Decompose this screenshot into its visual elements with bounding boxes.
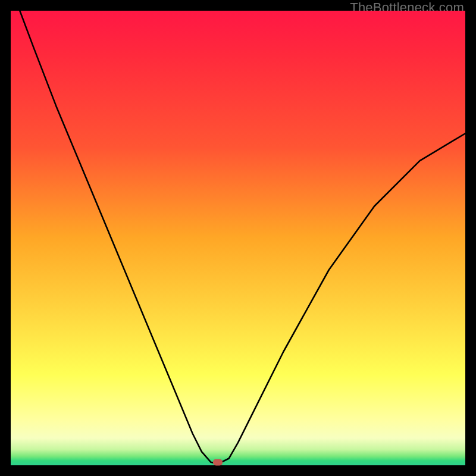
optimal-marker [213, 459, 223, 465]
chart-frame: TheBottleneck.com [0, 0, 476, 476]
curve-path [20, 11, 465, 463]
plot-area [11, 11, 465, 465]
bottleneck-curve [11, 11, 465, 465]
